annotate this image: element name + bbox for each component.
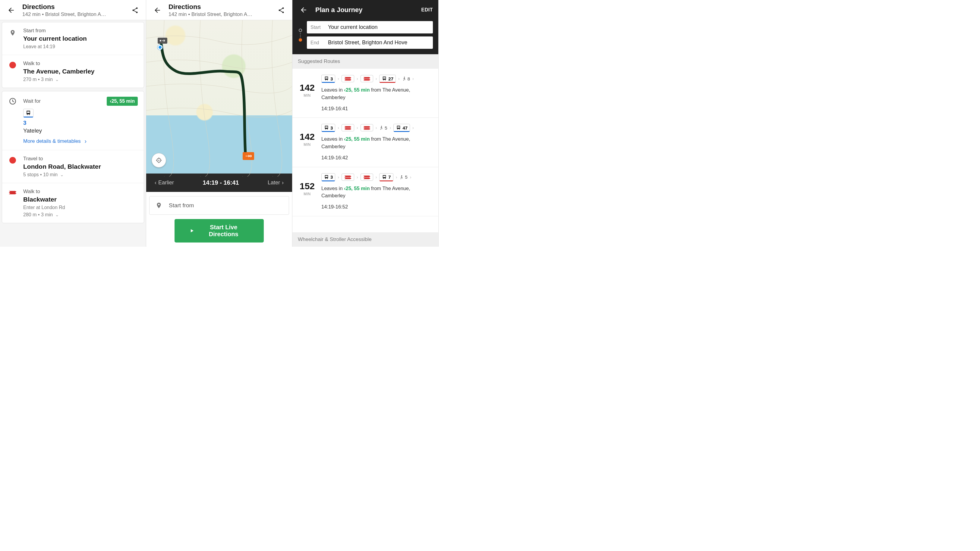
step-travel[interactable]: Travel to London Road, Blackwater 5 stop… [2, 150, 144, 183]
chevron-right-icon: › [390, 125, 391, 130]
step-sub: 280 m • 3 min ⌄ [23, 212, 138, 218]
route-card[interactable]: 142MIN 3›››5›47› Leaves in ‹25, 55 min f… [293, 118, 438, 167]
walk-segment: 5 [379, 125, 387, 131]
route-card[interactable]: 142MIN 3›››27›8› Leaves in ‹25, 55 min f… [293, 69, 438, 118]
chevron-down-icon: ⌄ [59, 172, 64, 177]
play-icon [189, 228, 194, 234]
end-value: Bristol Street, Brighton And Hove [328, 40, 407, 46]
route-time-range: 14:19-16:42 [321, 154, 434, 162]
back-button[interactable] [298, 4, 309, 16]
route-list[interactable]: 142MIN 3›››27›8› Leaves in ‹25, 55 min f… [293, 69, 438, 232]
rail-chip [342, 173, 354, 181]
mode-row: 3›››27›8› [321, 75, 434, 83]
step-walk[interactable]: Walk to The Avenue, Camberley 270 m • 3 … [2, 55, 144, 88]
back-button[interactable] [152, 5, 163, 16]
step-main: Your current location [23, 35, 138, 42]
bus-chip: 3 [321, 124, 335, 132]
route-leaves: Leaves in ‹25, 55 min from The Avenue, C… [321, 185, 434, 200]
stop-dot-icon [10, 157, 16, 164]
back-button[interactable] [5, 5, 17, 16]
svg-point-8 [160, 40, 161, 41]
end-field[interactable]: End Bristol Street, Brighton And Hove [307, 37, 433, 49]
chevron-down-icon: ⌄ [54, 212, 59, 217]
rail-chip [361, 124, 373, 131]
step-sub: Leave at 14:19 [23, 44, 138, 49]
bus-chip: 7 [379, 173, 393, 181]
rail-chip [361, 75, 373, 82]
rail-icon [8, 189, 17, 195]
rail-chip [342, 124, 354, 131]
step-list[interactable]: Start from Your current location Leave a… [0, 20, 146, 247]
svg-rect-12 [325, 78, 328, 79]
chevron-right-icon: › [356, 175, 358, 179]
step-sub: Enter at London Rd [23, 205, 138, 210]
svg-rect-4 [27, 111, 30, 113]
stop-dot-icon [10, 62, 16, 68]
step-walk-2[interactable]: Walk to Blackwater Enter at London Rd 28… [2, 183, 144, 223]
chevron-right-icon: › [410, 175, 412, 179]
time-range: 14:19 - 16:41 [202, 179, 239, 186]
end-marker [243, 152, 254, 160]
start-marker [158, 38, 167, 50]
start-live-directions-button[interactable]: Start Live Directions [175, 219, 264, 243]
svg-point-9 [250, 155, 251, 157]
svg-point-11 [158, 160, 159, 161]
earlier-button[interactable]: ‹ Earlier [153, 178, 176, 188]
chevron-right-icon: › [337, 76, 339, 81]
route-card[interactable]: 152MIN 3›››7›5› Leaves in ‹25, 55 min fr… [293, 167, 438, 216]
chevron-right-icon: › [356, 125, 358, 130]
share-button[interactable] [130, 5, 140, 16]
arrow-back-icon [7, 6, 15, 14]
page-title: Directions [169, 3, 270, 11]
page-subtitle: 142 min • Bristol Street, Brighton A… [169, 11, 259, 17]
route-leaves: Leaves in ‹25, 55 min from The Avenue, C… [321, 135, 434, 150]
step-sub: 270 m • 3 min ⌄ [23, 77, 138, 82]
clock-icon [9, 97, 17, 105]
directions-header: Directions 142 min • Bristol Street, Bri… [0, 0, 146, 20]
step-main: Blackwater [23, 196, 138, 203]
wait-time-badge: ‹25, 55 min [107, 97, 138, 106]
chevron-right-icon: › [398, 76, 400, 81]
chevron-right-icon: › [337, 175, 339, 179]
share-icon [278, 6, 285, 14]
chevron-right-icon: › [412, 125, 414, 130]
chevron-right-icon: › [356, 76, 358, 81]
walk-segment: 5 [399, 174, 407, 180]
step-label: Walk to [23, 189, 138, 195]
route-line [146, 20, 292, 176]
route-dots-icon [298, 29, 303, 41]
bus-chip: 27 [379, 75, 396, 83]
start-from-row[interactable]: Start from [149, 196, 289, 215]
edit-button[interactable]: EDIT [422, 7, 433, 13]
bus-chip: 3 [321, 173, 335, 181]
step-main: The Avenue, Camberley [23, 68, 138, 75]
start-marker-icon [159, 39, 165, 43]
bus-chip: 3 [321, 75, 335, 83]
journey-header: Plan a Journey EDIT [293, 0, 438, 20]
route-number: 3 [23, 120, 138, 126]
current-location-dot [158, 45, 162, 50]
share-button[interactable] [276, 5, 287, 16]
route-duration: 142MIN [297, 75, 318, 112]
suggested-routes-header: Suggested Routes [293, 54, 438, 69]
route-dest: Yateley [23, 127, 138, 134]
page-title: Plan a Journey [315, 6, 415, 14]
pin-icon [156, 201, 162, 210]
svg-rect-18 [325, 176, 328, 177]
more-details-link[interactable]: More details & timetables [23, 138, 86, 144]
route-duration: 152MIN [297, 173, 318, 211]
page-subtitle: 142 min • Bristol Street, Brighton A… [22, 11, 113, 17]
route-time-range: 14:19-16:41 [321, 105, 434, 113]
chevron-right-icon: › [375, 76, 377, 81]
locate-me-button[interactable] [152, 153, 166, 167]
accessible-header: Wheelchair & Stroller Accessible [293, 232, 438, 247]
start-field[interactable]: Start Your current location [307, 21, 433, 33]
bus-icon [25, 110, 31, 116]
svg-rect-19 [383, 176, 386, 177]
arrow-back-icon [300, 6, 307, 14]
step-label: Walk to [23, 60, 138, 67]
svg-rect-15 [325, 127, 328, 128]
later-button[interactable]: Later › [266, 178, 285, 188]
route-leaves: Leaves in ‹25, 55 min from The Avenue, C… [321, 86, 434, 101]
map-view[interactable] [146, 20, 292, 173]
